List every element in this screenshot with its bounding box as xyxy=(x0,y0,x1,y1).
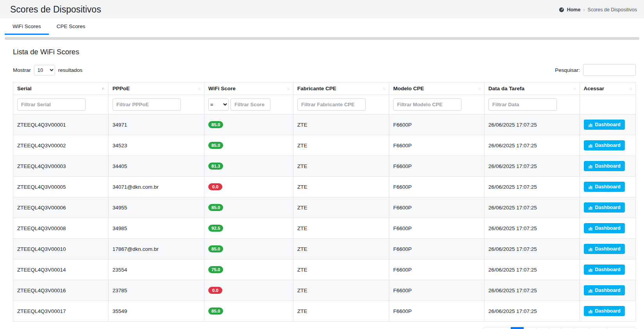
serial-cell: ZTEEQL4Q3V00010 xyxy=(13,239,109,259)
wifi-score-badge: 92.5 xyxy=(208,225,223,232)
column-label: Acessar xyxy=(584,86,605,91)
sort-icon xyxy=(102,86,104,91)
filter-data-input[interactable] xyxy=(488,98,557,111)
modelo-cell: F6600P xyxy=(389,156,485,177)
pagination-page-3[interactable]: 3 xyxy=(536,327,549,329)
dashboard-button[interactable]: Dashboard xyxy=(584,265,625,275)
wifi-score-badge: 85.0 xyxy=(208,142,223,149)
pagination-next[interactable]: Próximo xyxy=(607,327,636,329)
fabricante-cell: ZTE xyxy=(293,259,389,280)
fabricante-cell: ZTE xyxy=(293,135,389,156)
column-label: Modelo CPE xyxy=(393,86,424,91)
column-header-pppoe[interactable]: PPPoE xyxy=(108,82,204,95)
dashboard-button-label: Dashboard xyxy=(595,246,621,252)
pagination-page-4[interactable]: 4 xyxy=(549,327,562,329)
modelo-cell: F6600P xyxy=(389,135,485,156)
wifi-score-cell: 0.0 xyxy=(204,177,293,197)
pagination-previous[interactable]: Anterior xyxy=(483,327,512,329)
modelo-cell: F6600P xyxy=(389,301,485,322)
search-label: Pesquisar: xyxy=(555,67,580,73)
dashboard-button-label: Dashboard xyxy=(595,267,621,272)
data-tarefa-cell: 26/06/2025 17:07:25 xyxy=(484,259,580,280)
data-tarefa-cell: 26/06/2025 17:07:25 xyxy=(484,301,580,322)
length-control: Mostrar 10 resultados xyxy=(13,65,82,75)
acessar-cell: Dashboard xyxy=(580,239,635,259)
wifi-scores-table: Serial PPPoE WiFi Score Fabricante CPE xyxy=(13,82,636,322)
filter-score-input[interactable] xyxy=(231,98,270,111)
column-header-fabricante-cpe[interactable]: Fabricante CPE xyxy=(293,82,389,95)
dashboard-button[interactable]: Dashboard xyxy=(584,244,625,254)
pagination-page-1[interactable]: 1 xyxy=(511,327,524,329)
dashboard-button[interactable]: Dashboard xyxy=(584,120,625,130)
wifi-score-badge: 85.0 xyxy=(208,204,223,211)
table-header-row: Serial PPPoE WiFi Score Fabricante CPE xyxy=(13,82,636,95)
column-header-acessar[interactable]: Acessar xyxy=(580,82,635,95)
dashboard-button-label: Dashboard xyxy=(595,184,621,190)
column-header-serial[interactable]: Serial xyxy=(13,82,109,95)
tab-cpe-scores[interactable]: CPE Scores xyxy=(49,18,93,35)
dashboard-button-label: Dashboard xyxy=(595,205,621,210)
dashboard-button-label: Dashboard xyxy=(595,122,621,127)
dashboard-button-label: Dashboard xyxy=(595,143,621,148)
data-tarefa-cell: 26/06/2025 17:07:25 xyxy=(484,239,580,259)
tab-wifi-scores[interactable]: WiFi Scores xyxy=(5,18,49,35)
column-header-data-tarefa[interactable]: Data da Tarefa xyxy=(484,82,580,95)
wifi-score-cell: 0.0 xyxy=(204,280,293,301)
gauge-icon xyxy=(559,7,564,13)
dashboard-button[interactable]: Dashboard xyxy=(584,202,625,213)
fabricante-cell: ZTE xyxy=(293,114,389,135)
pagination-page-2[interactable]: 2 xyxy=(524,327,537,329)
pppoe-cell: 34405 xyxy=(108,156,204,177)
dashboard-button[interactable]: Dashboard xyxy=(584,306,625,316)
serial-cell: ZTEEQL4Q3V00005 xyxy=(13,177,109,197)
acessar-cell: Dashboard xyxy=(580,280,635,301)
column-header-wifi-score[interactable]: WiFi Score xyxy=(204,82,293,95)
page-title: Scores de Dispositivos xyxy=(10,4,101,15)
filter-serial-input[interactable] xyxy=(17,98,86,111)
dashboard-button[interactable]: Dashboard xyxy=(584,182,625,192)
sort-icon xyxy=(383,86,385,91)
pagination-page-183[interactable]: 183 xyxy=(589,327,608,329)
table-footer: Mostrando 1 a 10 de 1,822 resultados Ant… xyxy=(13,327,636,329)
score-operator-select[interactable]: = xyxy=(208,98,229,111)
tab-bar: WiFi Scores CPE Scores xyxy=(0,18,644,35)
fabricante-cell: ZTE xyxy=(293,177,389,197)
filter-fabricante-input[interactable] xyxy=(297,98,366,111)
pagination-page-5[interactable]: 5 xyxy=(561,327,574,329)
filter-modelo-input[interactable] xyxy=(393,98,462,111)
wifi-score-badge: 75.0 xyxy=(208,266,223,273)
dashboard-button[interactable]: Dashboard xyxy=(584,161,625,171)
horizontal-scrollbar[interactable] xyxy=(5,37,639,40)
breadcrumb-home-link[interactable]: Home xyxy=(567,7,581,13)
pppoe-cell: 23554 xyxy=(108,259,204,280)
dashboard-button-label: Dashboard xyxy=(595,288,621,293)
bar-chart-icon xyxy=(588,143,593,148)
filter-data-cell xyxy=(484,95,580,114)
serial-cell: ZTEEQL4Q3V00006 xyxy=(13,197,109,218)
dashboard-button[interactable]: Dashboard xyxy=(584,285,625,295)
dashboard-button-label: Dashboard xyxy=(595,308,621,314)
bar-chart-icon xyxy=(588,288,593,293)
table-row: ZTEEQL4Q3V000023452385.0ZTEF6600P26/06/2… xyxy=(13,135,636,156)
search-input[interactable] xyxy=(583,64,636,76)
column-header-modelo-cpe[interactable]: Modelo CPE xyxy=(389,82,485,95)
wifi-score-cell: 81.3 xyxy=(204,156,293,177)
pppoe-cell: 35549 xyxy=(108,301,204,322)
table-row: ZTEEQL4Q3V000173554985.0ZTEF6600P26/06/2… xyxy=(13,301,636,322)
table-row: ZTEEQL4Q3V000013497185.0ZTEF6600P26/06/2… xyxy=(13,114,636,135)
dashboard-button-label: Dashboard xyxy=(595,225,621,231)
column-label: Fabricante CPE xyxy=(297,86,336,91)
page-length-select[interactable]: 10 xyxy=(34,65,55,75)
pagination-ellipsis: … xyxy=(574,327,589,329)
data-tarefa-cell: 26/06/2025 17:07:25 xyxy=(484,135,580,156)
data-tarefa-cell: 26/06/2025 17:07:25 xyxy=(484,280,580,301)
wifi-score-cell: 85.0 xyxy=(204,239,293,259)
dashboard-button[interactable]: Dashboard xyxy=(584,140,625,150)
sort-icon xyxy=(629,86,631,91)
dashboard-button[interactable]: Dashboard xyxy=(584,223,625,233)
search-control: Pesquisar: xyxy=(555,64,636,76)
modelo-cell: F6600P xyxy=(389,177,485,197)
filter-pppoe-input[interactable] xyxy=(113,98,181,111)
wifi-score-badge: 85.0 xyxy=(208,308,223,315)
dashboard-button-label: Dashboard xyxy=(595,163,621,169)
